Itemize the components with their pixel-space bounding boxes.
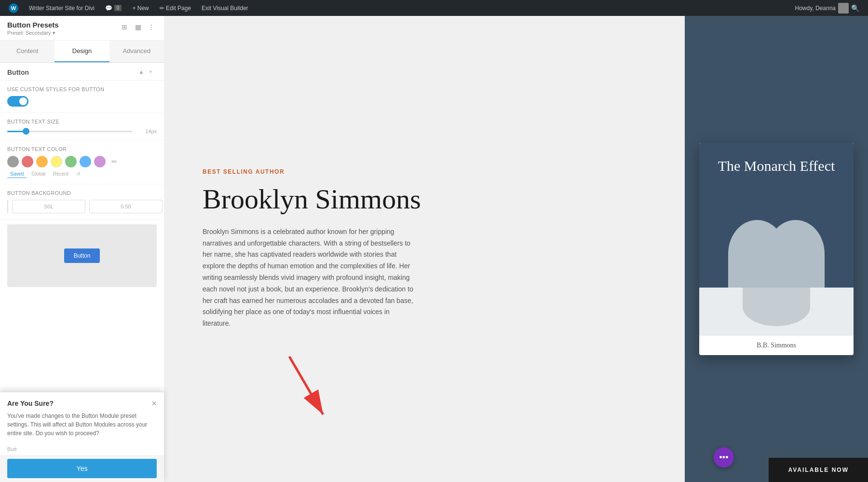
admin-bar-left: W Writer Starter Site for Divi 💬 0 + New… [4,0,795,16]
color-swatches-row: ✏ [7,156,157,167]
custom-styles-field: Use Custom Styles For Button [0,81,164,113]
color-swatch-orange[interactable] [36,156,48,167]
book-cover-top: The Monarch Effect [699,143,854,288]
book-card: The Monarch Effect B.B. Simmons [699,143,854,355]
slider-track [7,131,133,132]
color-tab-recent[interactable]: Recent [50,170,71,178]
confirm-yes-button[interactable]: Yes [7,459,157,478]
bg-input-1[interactable] [12,200,85,213]
text-size-label: Button Text Size [7,119,157,124]
background-label: Button Background [7,190,157,196]
text-color-label: Button Text Color [7,146,157,152]
color-swatch-red[interactable] [22,156,33,167]
panel-subtitle[interactable]: Preset: Secondary ▾ [7,30,59,36]
available-now-button[interactable]: AVAILABLE NOW [769,458,868,482]
preview-button: Button [64,248,100,263]
custom-styles-toggle[interactable] [7,96,28,107]
color-tab-global[interactable]: Global [28,170,48,178]
panel-title-area: Button Presets Preset: Secondary ▾ [7,21,59,36]
slider-thumb[interactable] [23,128,29,135]
confirm-button-row: Yes [0,455,164,482]
slider-value: 14px [137,128,157,134]
grid-icon[interactable]: ▦ [133,22,143,32]
author-name: Brooklyn Simmons [203,184,656,215]
color-tab-reset[interactable]: ↺ [73,170,83,178]
menu-icon[interactable]: ⋮ [146,22,157,32]
exit-builder-item[interactable]: Exit Visual Builder [197,0,253,16]
background-field: Button Background [0,184,164,220]
confirm-close-button[interactable]: × [151,399,157,408]
section-title: Button [7,69,29,76]
comments-item[interactable]: 💬 0 [100,0,127,16]
search-icon[interactable]: 🔍 [851,4,859,12]
page-right-col: The Monarch Effect B.B. Simmons AVAIL [685,16,868,482]
edit-page-label: ✏ Edit Page [160,5,191,12]
right-content: BEST SELLING AUTHOR Brooklyn Simmons Bro… [164,16,868,482]
text-size-field: Button Text Size 14px [0,113,164,140]
text-color-field: Button Text Color ✏ Saved Global Recent … [0,140,164,184]
color-picker-icon[interactable]: ✏ [108,156,120,167]
wp-icon: W [9,3,18,13]
butterfly-shapes [699,220,854,288]
purple-dot-button[interactable]: ••• [714,447,734,468]
bg-row [7,200,157,213]
confirm-dialog-header: Are You Sure? × [0,392,164,412]
new-label: + New [132,5,149,12]
comments-icon: 💬 [105,5,112,12]
panel-header-actions: ⊞ ▦ ⋮ [119,22,157,32]
tab-design[interactable]: Design [54,41,109,62]
butterfly-bottom [743,288,810,326]
butterfly-right [767,220,825,288]
book-author-name: B.B. Simmons [699,336,854,355]
site-name-item[interactable]: Writer Starter Site for Divi [24,0,99,16]
main-layout: Button Presets Preset: Secondary ▾ ⊞ ▦ ⋮… [0,16,868,482]
admin-bar: W Writer Starter Site for Divi 💬 0 + New… [0,0,868,16]
author-bio: Brooklyn Simmons is a celebrated author … [203,226,415,330]
preview-box: Button [7,224,157,287]
toggle-row [7,96,157,107]
color-swatch-purple[interactable] [94,156,106,167]
admin-avatar [838,3,849,14]
custom-styles-label: Use Custom Styles For Button [7,86,157,92]
color-swatch-yellow[interactable] [51,156,62,167]
wp-logo-item[interactable]: W [4,0,23,16]
panel-title: Button Presets [7,21,59,29]
color-tab-saved[interactable]: Saved [7,170,27,178]
confirm-title: Are You Sure? [7,399,54,407]
howdy-text: Howdy, Deanna [795,5,836,12]
bg-swatch[interactable] [7,200,8,213]
slider-row: 14px [7,128,157,134]
tab-advanced[interactable]: Advanced [109,41,164,62]
color-swatch-blue[interactable] [80,156,91,167]
best-selling-label: BEST SELLING AUTHOR [203,168,656,175]
collapse-icon[interactable]: ▲ [138,69,146,76]
color-tab-labels: Saved Global Recent ↺ [7,170,157,178]
confirm-dialog-body: You've made changes to the Button Module… [0,412,164,444]
color-swatch-gray[interactable] [7,156,19,167]
color-swatch-green[interactable] [65,156,77,167]
page-canvas: BEST SELLING AUTHOR Brooklyn Simmons Bro… [164,16,868,482]
admin-bar-right: Howdy, Deanna 🔍 [795,3,865,14]
panel-header: Button Presets Preset: Secondary ▾ ⊞ ▦ ⋮ [0,16,164,41]
add-icon[interactable]: + [149,69,157,76]
purple-dot-icon: ••• [719,453,729,463]
edit-page-item[interactable]: ✏ Edit Page [155,0,196,16]
book-title: The Monarch Effect [718,157,835,175]
page-white: BEST SELLING AUTHOR Brooklyn Simmons Bro… [164,16,868,482]
tab-content[interactable]: Content [0,41,54,62]
confirm-dialog: Are You Sure? × You've made changes to t… [0,392,164,482]
page-left-col: BEST SELLING AUTHOR Brooklyn Simmons Bro… [164,16,685,482]
tab-bar: Content Design Advanced [0,41,164,63]
site-name-label: Writer Starter Site for Divi [29,5,95,12]
section-actions: ▲ + [138,69,157,76]
exit-builder-label: Exit Visual Builder [202,5,248,12]
bg-input-2[interactable] [89,200,163,213]
section-header: Button ▲ + [0,63,164,81]
comments-count: 0 [114,5,122,11]
left-panel: Button Presets Preset: Secondary ▾ ⊞ ▦ ⋮… [0,16,164,482]
fullscreen-icon[interactable]: ⊞ [119,22,130,32]
confirm-partial-label: Butt [0,444,164,455]
book-cover-bottom [699,288,854,336]
new-item[interactable]: + New [127,0,153,16]
